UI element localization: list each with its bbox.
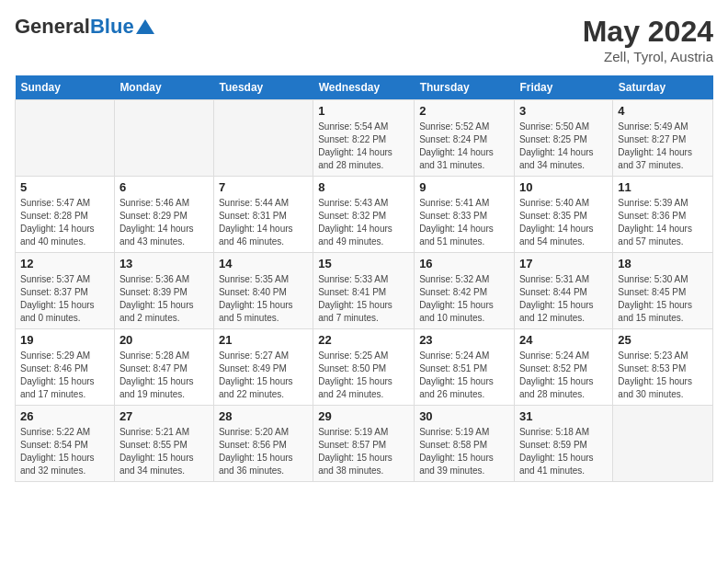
calendar-header-row: SundayMondayTuesdayWednesdayThursdayFrid… [16, 75, 713, 100]
calendar-cell: 5Sunrise: 5:47 AM Sunset: 8:28 PM Daylig… [16, 177, 115, 253]
logo-blue-text: Blue [90, 15, 134, 39]
calendar-table: SundayMondayTuesdayWednesdayThursdayFrid… [15, 75, 713, 482]
calendar-cell: 14Sunrise: 5:35 AM Sunset: 8:40 PM Dayli… [213, 253, 313, 329]
calendar-cell: 24Sunrise: 5:24 AM Sunset: 8:52 PM Dayli… [514, 329, 612, 406]
day-info: Sunrise: 5:21 AM Sunset: 8:55 PM Dayligh… [119, 426, 209, 477]
day-info: Sunrise: 5:54 AM Sunset: 8:22 PM Dayligh… [318, 121, 409, 172]
day-number: 28 [219, 409, 308, 423]
day-info: Sunrise: 5:50 AM Sunset: 8:25 PM Dayligh… [519, 121, 608, 172]
day-info: Sunrise: 5:20 AM Sunset: 8:56 PM Dayligh… [219, 426, 308, 477]
calendar-cell: 17Sunrise: 5:31 AM Sunset: 8:44 PM Dayli… [514, 253, 612, 329]
col-header-saturday: Saturday [613, 75, 713, 100]
day-number: 21 [219, 333, 308, 347]
calendar-cell [213, 100, 313, 177]
calendar-subtitle: Zell, Tyrol, Austria [583, 49, 713, 64]
col-header-sunday: Sunday [16, 75, 115, 100]
day-number: 30 [419, 409, 509, 423]
week-row-4: 19Sunrise: 5:29 AM Sunset: 8:46 PM Dayli… [16, 329, 713, 406]
calendar-cell: 27Sunrise: 5:21 AM Sunset: 8:55 PM Dayli… [114, 406, 213, 482]
calendar-cell: 10Sunrise: 5:40 AM Sunset: 8:35 PM Dayli… [514, 177, 612, 253]
day-info: Sunrise: 5:28 AM Sunset: 8:47 PM Dayligh… [119, 350, 209, 401]
day-number: 29 [318, 409, 409, 423]
calendar-cell: 19Sunrise: 5:29 AM Sunset: 8:46 PM Dayli… [16, 329, 115, 406]
day-info: Sunrise: 5:39 AM Sunset: 8:36 PM Dayligh… [618, 197, 708, 248]
svg-marker-0 [136, 19, 154, 34]
day-number: 12 [20, 257, 109, 270]
day-number: 9 [419, 180, 509, 194]
day-number: 15 [318, 257, 409, 270]
day-info: Sunrise: 5:52 AM Sunset: 8:24 PM Dayligh… [419, 121, 509, 172]
calendar-cell: 29Sunrise: 5:19 AM Sunset: 8:57 PM Dayli… [313, 406, 415, 482]
day-number: 18 [618, 257, 708, 270]
title-block: May 2024 Zell, Tyrol, Austria [583, 15, 713, 64]
col-header-friday: Friday [514, 75, 612, 100]
day-number: 16 [419, 257, 509, 270]
day-number: 2 [419, 104, 509, 118]
calendar-cell: 30Sunrise: 5:19 AM Sunset: 8:58 PM Dayli… [415, 406, 515, 482]
day-info: Sunrise: 5:40 AM Sunset: 8:35 PM Dayligh… [519, 197, 608, 248]
calendar-cell: 15Sunrise: 5:33 AM Sunset: 8:41 PM Dayli… [313, 253, 415, 329]
day-number: 6 [119, 180, 209, 194]
day-number: 13 [119, 257, 209, 270]
calendar-cell: 26Sunrise: 5:22 AM Sunset: 8:54 PM Dayli… [16, 406, 115, 482]
day-number: 8 [318, 180, 409, 194]
day-info: Sunrise: 5:43 AM Sunset: 8:32 PM Dayligh… [318, 197, 409, 248]
day-number: 20 [119, 333, 209, 347]
calendar-cell: 8Sunrise: 5:43 AM Sunset: 8:32 PM Daylig… [313, 177, 415, 253]
day-info: Sunrise: 5:30 AM Sunset: 8:45 PM Dayligh… [618, 273, 708, 325]
day-number: 24 [519, 333, 608, 347]
day-number: 17 [519, 257, 608, 270]
day-number: 27 [119, 409, 209, 423]
day-info: Sunrise: 5:35 AM Sunset: 8:40 PM Dayligh… [219, 273, 308, 325]
calendar-cell: 13Sunrise: 5:36 AM Sunset: 8:39 PM Dayli… [114, 253, 213, 329]
day-number: 5 [20, 180, 109, 194]
calendar-cell: 22Sunrise: 5:25 AM Sunset: 8:50 PM Dayli… [313, 329, 415, 406]
page-header: General Blue May 2024 Zell, Tyrol, Austr… [15, 15, 713, 64]
day-number: 3 [519, 104, 608, 118]
day-number: 4 [618, 104, 708, 118]
day-number: 10 [519, 180, 608, 194]
day-info: Sunrise: 5:19 AM Sunset: 8:58 PM Dayligh… [419, 426, 509, 477]
calendar-cell: 16Sunrise: 5:32 AM Sunset: 8:42 PM Dayli… [415, 253, 515, 329]
day-info: Sunrise: 5:18 AM Sunset: 8:59 PM Dayligh… [519, 426, 608, 477]
calendar-cell: 18Sunrise: 5:30 AM Sunset: 8:45 PM Dayli… [613, 253, 713, 329]
day-info: Sunrise: 5:49 AM Sunset: 8:27 PM Dayligh… [618, 121, 708, 172]
logo: General Blue [15, 15, 154, 39]
calendar-cell: 7Sunrise: 5:44 AM Sunset: 8:31 PM Daylig… [213, 177, 313, 253]
calendar-cell: 2Sunrise: 5:52 AM Sunset: 8:24 PM Daylig… [415, 100, 515, 177]
calendar-cell: 20Sunrise: 5:28 AM Sunset: 8:47 PM Dayli… [114, 329, 213, 406]
day-info: Sunrise: 5:24 AM Sunset: 8:51 PM Dayligh… [419, 350, 509, 401]
calendar-cell: 11Sunrise: 5:39 AM Sunset: 8:36 PM Dayli… [613, 177, 713, 253]
day-info: Sunrise: 5:44 AM Sunset: 8:31 PM Dayligh… [219, 197, 308, 248]
col-header-monday: Monday [114, 75, 213, 100]
day-info: Sunrise: 5:19 AM Sunset: 8:57 PM Dayligh… [318, 426, 409, 477]
logo-triangle-icon [136, 17, 154, 36]
calendar-cell: 21Sunrise: 5:27 AM Sunset: 8:49 PM Dayli… [213, 329, 313, 406]
col-header-tuesday: Tuesday [213, 75, 313, 100]
day-info: Sunrise: 5:33 AM Sunset: 8:41 PM Dayligh… [318, 273, 409, 325]
calendar-cell: 1Sunrise: 5:54 AM Sunset: 8:22 PM Daylig… [313, 100, 415, 177]
day-number: 14 [219, 257, 308, 270]
calendar-title: May 2024 [583, 15, 713, 49]
week-row-2: 5Sunrise: 5:47 AM Sunset: 8:28 PM Daylig… [16, 177, 713, 253]
logo-general-text: General [15, 15, 90, 39]
week-row-5: 26Sunrise: 5:22 AM Sunset: 8:54 PM Dayli… [16, 406, 713, 482]
calendar-cell: 12Sunrise: 5:37 AM Sunset: 8:37 PM Dayli… [16, 253, 115, 329]
day-info: Sunrise: 5:25 AM Sunset: 8:50 PM Dayligh… [318, 350, 409, 401]
col-header-thursday: Thursday [415, 75, 515, 100]
day-info: Sunrise: 5:22 AM Sunset: 8:54 PM Dayligh… [20, 426, 109, 477]
col-header-wednesday: Wednesday [313, 75, 415, 100]
calendar-cell [114, 100, 213, 177]
calendar-cell: 25Sunrise: 5:23 AM Sunset: 8:53 PM Dayli… [613, 329, 713, 406]
day-info: Sunrise: 5:23 AM Sunset: 8:53 PM Dayligh… [618, 350, 708, 401]
day-info: Sunrise: 5:46 AM Sunset: 8:29 PM Dayligh… [119, 197, 209, 248]
day-info: Sunrise: 5:41 AM Sunset: 8:33 PM Dayligh… [419, 197, 509, 248]
day-info: Sunrise: 5:37 AM Sunset: 8:37 PM Dayligh… [20, 273, 109, 325]
day-info: Sunrise: 5:31 AM Sunset: 8:44 PM Dayligh… [519, 273, 608, 325]
week-row-1: 1Sunrise: 5:54 AM Sunset: 8:22 PM Daylig… [16, 100, 713, 177]
day-info: Sunrise: 5:27 AM Sunset: 8:49 PM Dayligh… [219, 350, 308, 401]
calendar-cell [613, 406, 713, 482]
week-row-3: 12Sunrise: 5:37 AM Sunset: 8:37 PM Dayli… [16, 253, 713, 329]
calendar-cell: 9Sunrise: 5:41 AM Sunset: 8:33 PM Daylig… [415, 177, 515, 253]
day-info: Sunrise: 5:32 AM Sunset: 8:42 PM Dayligh… [419, 273, 509, 325]
